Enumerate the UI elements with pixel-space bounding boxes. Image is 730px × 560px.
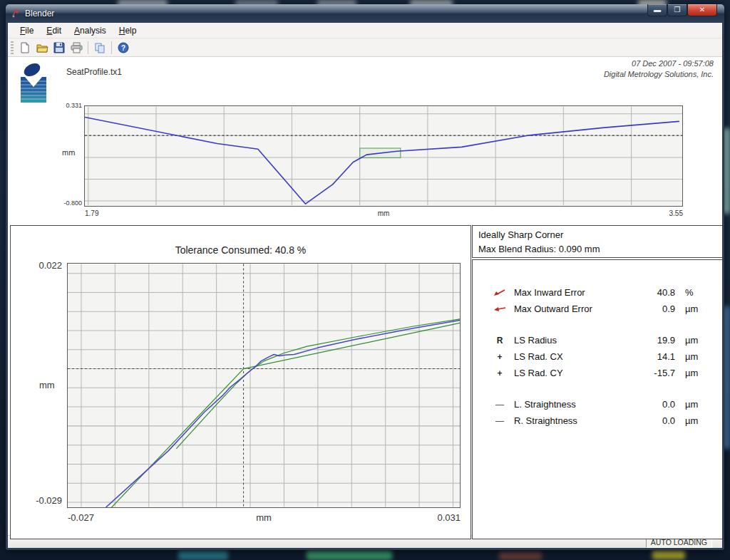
- inward-error-icon: [491, 289, 508, 296]
- top-chart-xmax: 3.55: [654, 209, 683, 217]
- result-label: LS Radius: [514, 335, 628, 346]
- print-icon[interactable]: [68, 40, 84, 56]
- blend-analysis-panel: Tolerance Consumed: 40.8 % 0.022 mm -0.0…: [10, 225, 471, 539]
- row-spacer: [473, 381, 722, 396]
- result-value: 19.9: [628, 335, 675, 346]
- result-unit: µm: [675, 399, 708, 410]
- result-value: 0.9: [628, 304, 675, 314]
- result-row-ls-rad-cy: + LS Rad. CY -15.7 µm: [473, 365, 722, 381]
- maximize-button[interactable]: ❐: [667, 4, 687, 16]
- top-chart-xlabel: mm: [84, 209, 683, 217]
- company-logo: [18, 63, 51, 104]
- titlebar-sheen: [6, 4, 724, 13]
- results-header: Ideally Sharp Corner Max Blend Radius: 0…: [472, 225, 722, 258]
- toolbar: ?: [8, 38, 722, 57]
- new-document-icon[interactable]: [17, 40, 33, 56]
- result-unit: µm: [675, 368, 708, 378]
- tolerance-consumed-title: Tolerance Consumed: 40.8 %: [11, 244, 471, 256]
- result-unit: µm: [675, 415, 708, 426]
- top-chart-svg: [85, 106, 682, 206]
- corner-type-label: Ideally Sharp Corner: [478, 228, 716, 242]
- menu-edit[interactable]: Edit: [41, 24, 66, 37]
- wallpaper-blob: [652, 550, 685, 559]
- close-button[interactable]: ✕: [687, 4, 717, 16]
- loaded-filename: SeatProfile.tx1: [66, 67, 122, 77]
- outward-error-icon: [491, 305, 508, 313]
- menu-analysis[interactable]: Analysis: [69, 24, 111, 37]
- help-icon[interactable]: ?: [115, 40, 131, 56]
- minimize-button[interactable]: ▬: [647, 4, 667, 16]
- result-label: LS Rad. CX: [514, 351, 628, 362]
- result-row-max-inward-error: Max Inward Error 40.8 %: [473, 284, 722, 301]
- results-panel: Ideally Sharp Corner Max Blend Radius: 0…: [472, 225, 722, 539]
- result-row-l-straightness: — L. Straightness 0.0 µm: [473, 396, 722, 413]
- result-value: 40.8: [628, 287, 675, 298]
- desktop: Blender ▬ ❐ ✕ File Edit Analysis Help: [0, 0, 730, 560]
- left-line-icon: —: [491, 400, 508, 410]
- blend-chart-ylabel: mm: [39, 380, 55, 390]
- result-value: -15.7: [628, 368, 675, 378]
- result-unit: %: [675, 287, 708, 298]
- top-chart-ylabel: mm: [62, 148, 75, 157]
- toolbar-separator: [111, 41, 112, 54]
- blend-chart-ymax: 0.022: [28, 260, 62, 271]
- copy-icon[interactable]: [92, 40, 108, 56]
- center-x-icon: +: [491, 352, 508, 362]
- result-row-ls-radius: R LS Radius 19.9 µm: [473, 332, 722, 348]
- profile-chart-plot: [84, 105, 683, 207]
- result-value: 0.0: [628, 415, 675, 426]
- title-bar[interactable]: Blender ▬ ❐ ✕: [6, 4, 724, 23]
- result-label: LS Rad. CY: [514, 368, 628, 378]
- report-stamp: 07 Dec 2007 - 09:57:08 Digital Metrology…: [604, 58, 714, 80]
- result-row-ls-rad-cx: + LS Rad. CX 14.1 µm: [473, 348, 722, 365]
- blender-app-icon: [11, 9, 21, 19]
- blend-chart-xlabel: mm: [67, 512, 461, 523]
- blend-chart-xmax: 0.031: [418, 512, 461, 523]
- window-frame: File Edit Analysis Help: [8, 23, 722, 548]
- company-name: Digital Metrology Solutions, Inc.: [604, 69, 714, 80]
- result-label: Max Outward Error: [514, 304, 628, 314]
- blend-chart-svg: [68, 264, 460, 507]
- result-unit: µm: [675, 335, 708, 346]
- result-row-r-straightness: — R. Straightness 0.0 µm: [473, 413, 722, 429]
- wallpaper-blob: [307, 550, 392, 560]
- window-title: Blender: [25, 9, 54, 19]
- result-value: 14.1: [628, 351, 675, 362]
- right-line-icon: —: [491, 416, 508, 426]
- toolbar-grip[interactable]: [11, 41, 14, 54]
- result-row-max-outward-error: Max Outward Error 0.9 µm: [473, 301, 722, 317]
- menu-help[interactable]: Help: [114, 24, 142, 37]
- blend-chart-plot: [67, 263, 461, 508]
- result-label: Max Inward Error: [514, 287, 628, 298]
- main-content: SeatProfile.tx1 07 Dec 2007 - 09:57:08 D…: [8, 57, 722, 535]
- result-unit: µm: [675, 304, 708, 314]
- app-window: Blender ▬ ❐ ✕ File Edit Analysis Help: [6, 4, 724, 550]
- result-label: R. Straightness: [514, 415, 628, 426]
- save-icon[interactable]: [51, 40, 67, 56]
- menu-bar: File Edit Analysis Help: [8, 23, 722, 38]
- top-chart-ymin: -0.800: [49, 199, 82, 207]
- menu-file[interactable]: File: [15, 24, 38, 37]
- open-folder-icon[interactable]: [34, 40, 50, 56]
- result-label: L. Straightness: [514, 399, 628, 410]
- report-timestamp: 07 Dec 2007 - 09:57:08: [604, 58, 714, 69]
- wallpaper-blob: [178, 550, 228, 560]
- result-value: 0.0: [628, 399, 675, 410]
- max-blend-radius-label: Max Blend Radius: 0.090 mm: [478, 242, 716, 256]
- top-chart-ymax: 0.331: [52, 102, 82, 109]
- radius-icon: R: [491, 336, 508, 346]
- blend-chart-ymin: -0.029: [24, 495, 62, 506]
- svg-text:?: ?: [121, 44, 125, 52]
- wallpaper-blob: [499, 551, 542, 560]
- row-spacer: [473, 317, 722, 332]
- result-unit: µm: [675, 351, 708, 362]
- toolbar-separator: [88, 41, 88, 54]
- results-body: Max Inward Error 40.8 % Max Outward Erro…: [472, 259, 722, 539]
- center-y-icon: +: [491, 368, 508, 378]
